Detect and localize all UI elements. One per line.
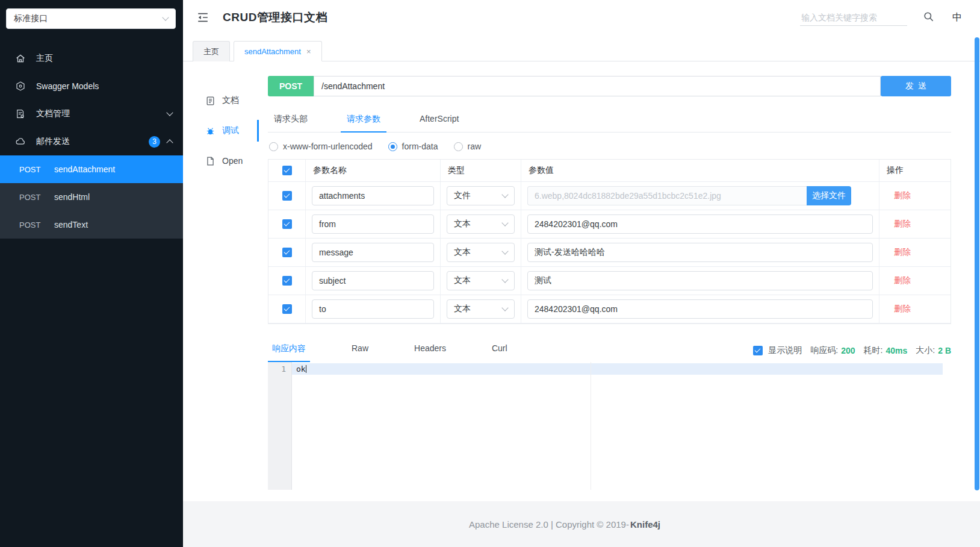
request-tabs: 请求头部 请求参数 AfterScript (268, 107, 951, 133)
method-label: POST (19, 193, 54, 202)
col-header-name: 参数名称 (306, 160, 441, 181)
doc-nav-item-document[interactable]: 文档 (183, 86, 259, 116)
tab-request-headers[interactable]: 请求头部 (268, 107, 314, 132)
tab-home[interactable]: 主页 (193, 41, 230, 61)
delete-row-link[interactable]: 删除 (894, 190, 911, 201)
radio-x-www-form-urlencoded[interactable]: x-www-form-urlencoded (269, 142, 373, 151)
chevron-down-icon (166, 109, 173, 116)
sidebar-item-sendhtml[interactable]: POST sendHtml (0, 183, 183, 211)
scrollbar-thumb[interactable] (975, 37, 979, 490)
radio-raw[interactable]: raw (454, 142, 482, 151)
param-row-from: from 文本 2484202301@qq.com 删除 (268, 210, 951, 239)
param-name-input[interactable]: from (312, 214, 434, 234)
status-code-value: 200 (841, 346, 855, 355)
param-name-input[interactable]: message (312, 243, 434, 262)
sidebar-menu: 主页 Swagger Models 文档管理 邮件发送 3 (0, 45, 183, 239)
param-type-select[interactable]: 文本 (447, 299, 515, 319)
menu-fold-icon[interactable] (196, 11, 209, 24)
request-url-input[interactable]: /sendAttachment (314, 76, 881, 96)
sidebar-item-swagger-models[interactable]: Swagger Models (0, 72, 183, 100)
footer: Apache License 2.0 | Copyright © 2019- K… (183, 501, 980, 547)
param-value-input[interactable]: 测试-发送哈哈哈哈 (527, 243, 873, 262)
tab-curl[interactable]: Curl (488, 339, 512, 362)
document-manage-icon (15, 108, 26, 119)
delete-row-link[interactable]: 删除 (894, 219, 911, 230)
delete-row-link[interactable]: 删除 (894, 247, 911, 258)
show-description-label: 显示说明 (768, 345, 802, 356)
sidebar-item-label: Swagger Models (36, 81, 172, 91)
tab-response-content[interactable]: 响应内容 (268, 339, 310, 362)
param-type-select[interactable]: 文本 (447, 243, 515, 262)
doc-nav-item-debug[interactable]: 调试 (183, 116, 259, 146)
param-value-input[interactable]: 测试 (527, 271, 873, 290)
radio-form-data[interactable]: form-data (388, 142, 438, 151)
tab-sendattachment[interactable]: sendAttachment × (234, 41, 322, 61)
param-name-input[interactable]: attachments (312, 186, 434, 205)
request-line: POST /sendAttachment 发送 (268, 76, 951, 96)
chevron-down-icon (501, 248, 508, 254)
api-group-select[interactable]: 标准接口 (6, 8, 176, 29)
param-value-input[interactable]: 2484202301@qq.com (527, 214, 873, 234)
send-button[interactable]: 发送 (881, 76, 951, 96)
row-checkbox[interactable] (282, 276, 292, 286)
response-bar: 响应内容 Raw Headers Curl 显示说明 响应码: 200 耗时: … (268, 339, 951, 362)
footer-license-text: Apache License 2.0 | Copyright © 2019- (469, 519, 629, 530)
close-icon[interactable]: × (306, 47, 311, 56)
tab-raw[interactable]: Raw (347, 339, 373, 362)
param-name-input[interactable]: to (312, 299, 434, 319)
language-toggle[interactable]: 中 (952, 11, 962, 24)
vertical-scrollbar[interactable] (975, 35, 979, 547)
text-cursor (306, 365, 306, 373)
tab-request-params[interactable]: 请求参数 (341, 107, 386, 133)
doc-nav-label: 调试 (222, 125, 239, 136)
sidebar-item-label: 邮件发送 (36, 136, 149, 147)
param-type-select[interactable]: 文件 (447, 186, 515, 205)
tab-headers[interactable]: Headers (410, 339, 450, 362)
sidebar: 标准接口 主页 Swagger Models 文档管理 (0, 0, 183, 547)
file-input-group: 6.webp,8024dc81882bde29a55d1bcbc2c51e2.j… (527, 186, 851, 205)
status-code-label: 响应码: (810, 345, 838, 356)
select-value: 文本 (454, 304, 471, 314)
delete-row-link[interactable]: 删除 (894, 275, 911, 286)
editor-code-area[interactable]: ok (292, 362, 951, 490)
param-row-attachments: attachments 文件 6.webp,8024dc81882bde29a5… (268, 182, 951, 210)
editor-ruler (591, 362, 591, 490)
param-type-select[interactable]: 文本 (447, 271, 515, 290)
topbar-right: 中 (800, 10, 962, 26)
select-value: 文件 (454, 190, 471, 201)
param-value-input[interactable]: 2484202301@qq.com (527, 299, 873, 319)
tab-afterscript[interactable]: AfterScript (414, 107, 465, 132)
param-name-input[interactable]: subject (312, 271, 434, 290)
row-checkbox[interactable] (282, 219, 292, 229)
response-editor[interactable]: 1 ok (268, 362, 951, 490)
page-title: CRUD管理接口文档 (223, 10, 327, 25)
swagger-models-icon (15, 81, 26, 92)
sidebar-item-label: 主页 (36, 53, 172, 64)
file-value-input: 6.webp,8024dc81882bde29a55d1bcbc2c51e2.j… (527, 186, 807, 205)
sidebar-item-sendattachment[interactable]: POST sendAttachment (0, 155, 183, 183)
sidebar-submenu: POST sendAttachment POST sendHtml POST s… (0, 155, 183, 239)
row-checkbox[interactable] (282, 248, 292, 257)
doc-nav-item-open[interactable]: Open (183, 146, 259, 176)
doc-search-input[interactable] (800, 10, 907, 26)
param-type-select[interactable]: 文本 (447, 214, 515, 234)
col-header-type: 类型 (441, 160, 521, 181)
sidebar-item-home[interactable]: 主页 (0, 45, 183, 72)
param-row-message: message 文本 测试-发送哈哈哈哈 删除 (268, 239, 951, 267)
sidebar-item-mail-send[interactable]: 邮件发送 3 (0, 128, 183, 155)
search-icon[interactable] (923, 11, 934, 25)
doc-nav-label: Open (222, 156, 243, 166)
row-checkbox[interactable] (282, 191, 292, 201)
show-description-checkbox[interactable] (753, 346, 763, 355)
editor-content-line: ok (292, 363, 951, 375)
time-value: 40ms (886, 346, 908, 355)
select-value: 文本 (454, 219, 471, 230)
row-checkbox[interactable] (282, 304, 292, 314)
chevron-down-icon (501, 191, 508, 198)
delete-row-link[interactable]: 删除 (894, 304, 911, 314)
method-badge: POST (268, 76, 314, 96)
sidebar-item-sendtext[interactable]: POST sendText (0, 211, 183, 239)
select-all-checkbox[interactable] (282, 166, 292, 175)
sidebar-item-doc-manage[interactable]: 文档管理 (0, 100, 183, 128)
choose-file-button[interactable]: 选择文件 (807, 186, 851, 205)
